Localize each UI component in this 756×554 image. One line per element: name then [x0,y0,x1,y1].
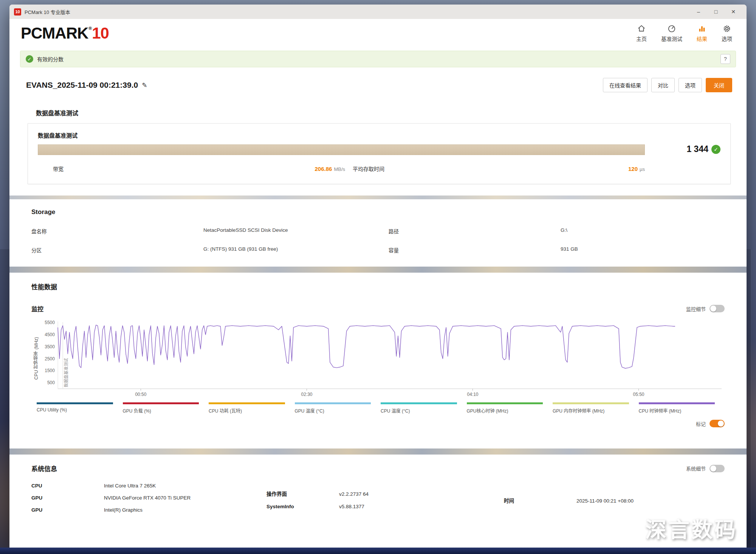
results-bars-icon [698,24,706,33]
edit-pencil-icon[interactable]: ✎ [142,81,147,89]
info-label: 操作界面 [266,490,339,497]
compare-button[interactable]: 对比 [651,78,675,92]
access-time-metric: 平均存取时间 120 µs [345,165,645,172]
storage-section-title: Storage [31,208,725,216]
system-section-title: 系统信息 [31,464,57,473]
legend-color-bar [639,402,715,404]
options-button[interactable]: 选项 [679,78,702,92]
storage-section: Storage 盘名称 NetacPortableSSD SCSI Disk D… [9,199,747,267]
svg-text:3500: 3500 [45,344,55,349]
monitor-detail-label: 监控细节 [686,305,706,312]
storage-label: 盘名称 [31,227,203,235]
hardware-column: CPU Intel Core Ultra 7 265K GPU NVIDIA G… [31,483,266,519]
view-online-button[interactable]: 在线查看结果 [603,78,648,92]
nav-results[interactable]: 结果 [697,24,707,42]
nav-home[interactable]: 主页 [636,24,647,42]
score-box: 1 344 ✓ [686,144,720,154]
system-detail-toggle[interactable] [710,465,725,472]
score-valid-icon: ✓ [711,145,720,154]
info-label: 时间 [504,497,576,504]
marker-toggle[interactable] [710,420,725,427]
benchmark-card-title: 数据盘基准测试 [38,131,720,139]
result-actions: 在线查看结果 对比 选项 关闭 [603,78,732,92]
svg-text:2500: 2500 [45,356,55,362]
storage-label: 路径 [389,227,561,235]
info-value: 2025-11-09 00:21 +08:00 [576,498,634,504]
performance-section: 性能数据 监控 监控细节 CPU 时钟频率 (MHz) 500150025003… [9,273,747,448]
close-result-button[interactable]: 关闭 [706,78,732,92]
svg-text:00:50: 00:50 [135,392,146,397]
storage-value: G: (NTFS) 931 GB (931 GB free) [203,246,389,254]
metrics-row: 带宽 206.86 MB/s 平均存取时间 120 µs [38,165,720,172]
info-value: NVIDIA GeForce RTX 4070 Ti SUPER [104,495,191,501]
info-row: SystemInfo v5.88.1377 [266,504,504,509]
svg-text:1500: 1500 [45,368,55,373]
monitor-detail-toggle-row: 监控细节 [686,305,725,312]
svg-text:5500: 5500 [45,320,55,325]
info-row: CPU Intel Core Ultra 7 265K [31,483,266,489]
monitor-detail-toggle[interactable] [710,305,725,312]
storage-label: 分区 [31,246,203,254]
info-row: 时间 2025-11-09 00:21 +08:00 [504,497,725,504]
legend-item: GPU 内存时钟频率 (MHz) [553,402,639,414]
score-bar [38,144,645,155]
metric-label: 平均存取时间 [353,165,384,172]
benchmark-gauge-icon [668,24,676,33]
legend-color-bar [467,402,543,404]
legend-item: CPU 功耗 (瓦特) [209,402,295,414]
info-row: GPU NVIDIA GeForce RTX 4070 Ti SUPER [31,495,266,501]
result-title: EVANS_2025-11-09 00:21:39.0 [26,81,138,90]
system-columns: CPU Intel Core Ultra 7 265K GPU NVIDIA G… [31,483,725,537]
close-button[interactable]: ✕ [725,5,742,19]
pcmark-logo: PCMARK®10 [21,25,109,41]
chart-y-axis-label: CPU 时钟频率 (MHz) [31,318,40,399]
monitor-title: 监控 [31,304,43,313]
nav-label: 选项 [722,35,732,42]
bandwidth-metric: 带宽 206.86 MB/s [53,165,345,172]
legend-item: CPU 温度 (°C) [381,402,467,414]
info-row: 操作界面 v2.2.2737 64 [266,490,504,497]
system-detail-toggle-row: 系统细节 [686,465,725,472]
storage-value: NetacPortableSSD SCSI Disk Device [203,227,389,235]
banner-text: 有效的分数 [37,55,64,63]
nav-benchmarks[interactable]: 基准测试 [661,24,682,42]
info-value: v2.2.2737 64 [339,491,369,497]
info-value: Intel Core Ultra 7 265K [104,483,156,489]
storage-row: 盘名称 NetacPortableSSD SCSI Disk Device 路径… [31,227,725,235]
nav-options[interactable]: 选项 [722,24,732,42]
legend-label: GPU 负载 (%) [123,407,199,414]
nav-label: 结果 [697,35,707,42]
storage-value: G:\ [561,227,725,235]
score-bar-row: 1 344 ✓ [38,144,720,155]
marker-toggle-row: 标记 [31,420,725,448]
app-header: PCMARK®10 主页 基准测试 [9,19,747,48]
benchmark-card: 数据盘基准测试 1 344 ✓ 带宽 206.86 MB/s 平均存取 [28,123,731,184]
info-row: GPU Intel(R) Graphics [31,507,266,513]
maximize-button[interactable]: □ [707,5,725,19]
metric-value: 120 [628,166,638,172]
window-controls: – □ ✕ [690,5,742,19]
content-area: EVANS_2025-11-09 00:21:39.0 ✎ 在线查看结果 对比 … [9,67,747,548]
info-value: Intel(R) Graphics [104,507,143,513]
legend-label: GPU 内存时钟频率 (MHz) [553,407,629,414]
taskbar-strip [0,548,756,554]
info-label: GPU [31,495,104,501]
metric-unit: µs [640,166,645,172]
legend-label: CPU 时钟频率 (MHz) [639,407,715,414]
background-separator-band [9,448,747,455]
info-label: SystemInfo [266,504,339,509]
benchmark-score: 1 344 [686,144,708,154]
svg-text:数据盘基准测试: 数据盘基准测试 [64,358,68,387]
legend-color-bar [295,402,371,404]
legend-label: CPU Utility (%) [37,407,113,413]
benchmark-section-title: 数据盘基准测试 [36,108,747,117]
svg-text:4500: 4500 [45,332,55,337]
gear-icon [723,24,731,33]
info-label: CPU [31,483,104,489]
monitor-chart: CPU 时钟频率 (MHz) 5001500250035004500550000… [31,318,725,399]
titlebar: 10 PCMark 10 专业版本 – □ ✕ [9,5,747,19]
help-button[interactable]: ? [720,54,730,64]
logo-number: 10 [92,25,109,41]
minimize-button[interactable]: – [690,5,707,19]
system-detail-label: 系统细节 [686,465,706,472]
